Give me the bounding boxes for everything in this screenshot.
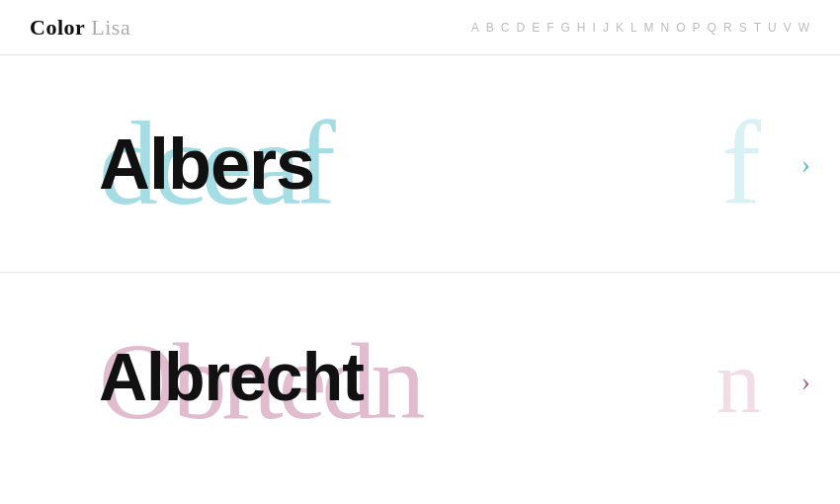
alphabet-letter-b[interactable]: B	[486, 21, 495, 35]
alphabet-letter-q[interactable]: Q	[708, 21, 717, 35]
artist-entry-albers[interactable]: dceaf f Albers ›	[0, 55, 840, 273]
albers-bg-letters-right: f	[721, 96, 761, 232]
alphabet-nav: ABCDEFGHIJKLMNOPQRSTUVW	[471, 21, 810, 35]
alphabet-letter-k[interactable]: K	[616, 21, 625, 35]
albers-name: Albers	[99, 124, 314, 205]
alphabet-letter-g[interactable]: G	[561, 21, 571, 35]
alphabet-letter-r[interactable]: R	[723, 21, 733, 35]
alphabet-letter-c[interactable]: C	[501, 21, 511, 35]
main-content: dceaf f Albers › Obrtedn n Albrecht ›	[0, 55, 840, 490]
alphabet-letter-u[interactable]: U	[768, 21, 778, 35]
artist-entry-albrecht[interactable]: Obrtedn n Albrecht ›	[0, 273, 840, 490]
alphabet-letter-a[interactable]: A	[471, 21, 480, 35]
alphabet-letter-l[interactable]: L	[630, 21, 638, 35]
alphabet-letter-w[interactable]: W	[798, 21, 810, 35]
alphabet-letter-m[interactable]: M	[644, 21, 655, 35]
albrecht-name: Albrecht	[99, 338, 364, 415]
alphabet-letter-v[interactable]: V	[784, 21, 793, 35]
logo-color: Color	[30, 15, 85, 40]
alphabet-letter-o[interactable]: O	[676, 21, 686, 35]
alphabet-letter-t[interactable]: T	[754, 21, 762, 35]
logo[interactable]: Color Lisa	[30, 15, 130, 41]
alphabet-letter-h[interactable]: H	[577, 21, 587, 35]
header: Color Lisa ABCDEFGHIJKLMNOPQRSTUVW	[0, 0, 840, 55]
albers-chevron[interactable]: ›	[801, 148, 810, 180]
alphabet-letter-f[interactable]: F	[546, 21, 554, 35]
alphabet-letter-p[interactable]: P	[693, 21, 702, 35]
albrecht-bg-letters-right: n	[716, 331, 761, 433]
alphabet-letter-d[interactable]: D	[516, 21, 526, 35]
alphabet-letter-s[interactable]: S	[739, 21, 748, 35]
alphabet-letter-e[interactable]: E	[532, 21, 541, 35]
alphabet-letter-j[interactable]: J	[603, 21, 610, 35]
logo-lisa: Lisa	[85, 15, 130, 40]
alphabet-letter-i[interactable]: I	[593, 21, 597, 35]
alphabet-letter-n[interactable]: N	[661, 21, 671, 35]
albrecht-chevron[interactable]: ›	[801, 366, 810, 397]
